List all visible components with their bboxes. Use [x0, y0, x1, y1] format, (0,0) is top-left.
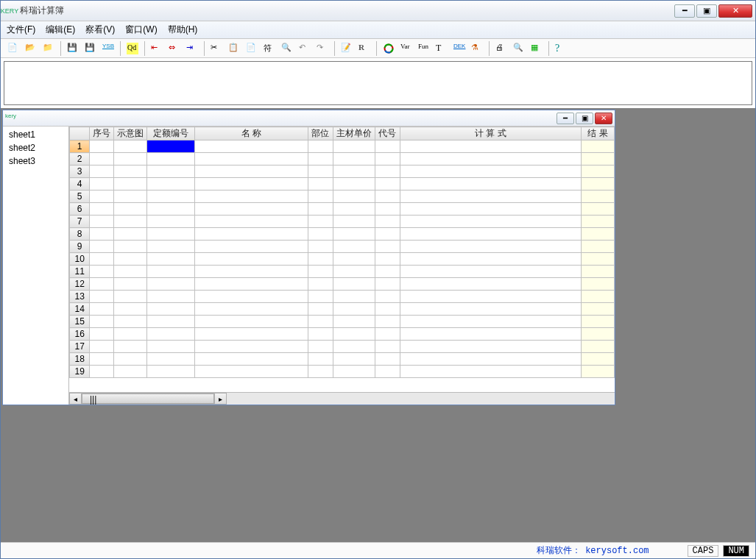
row-header[interactable]: 17 — [70, 341, 90, 353]
col-header-diagram[interactable]: 示意图 — [114, 127, 147, 140]
menu-view[interactable]: 察看(V) — [85, 24, 115, 36]
cell[interactable] — [147, 203, 195, 216]
cell[interactable] — [90, 266, 114, 278]
cell[interactable] — [308, 165, 333, 178]
row-header[interactable]: 8 — [70, 228, 90, 241]
fun-button[interactable]: Fun — [416, 40, 432, 57]
cell[interactable] — [147, 253, 195, 266]
cell[interactable] — [308, 278, 333, 291]
cell[interactable] — [308, 253, 333, 266]
cell[interactable] — [375, 241, 400, 253]
cell[interactable] — [375, 191, 400, 203]
cell[interactable] — [375, 253, 400, 266]
cell[interactable] — [147, 328, 195, 341]
cell[interactable] — [147, 316, 195, 328]
cell[interactable] — [400, 228, 581, 241]
cell[interactable] — [114, 153, 147, 165]
sheet-tab-sheet2[interactable]: sheet2 — [3, 141, 68, 154]
cell[interactable] — [147, 353, 195, 366]
cell[interactable] — [375, 278, 400, 291]
cell[interactable] — [375, 203, 400, 216]
open-folder-button[interactable]: 📁 — [40, 40, 57, 57]
menu-edit[interactable]: 编辑(E) — [46, 24, 75, 36]
shift-right-button[interactable]: ⇥ — [184, 40, 200, 57]
cell[interactable] — [375, 366, 400, 378]
excel-button[interactable]: ▦ — [529, 40, 545, 57]
cell[interactable] — [582, 328, 615, 341]
cell[interactable] — [582, 353, 615, 366]
cell[interactable] — [308, 291, 333, 303]
row-header[interactable]: 3 — [70, 165, 90, 178]
cell[interactable] — [114, 203, 147, 216]
grid-corner[interactable] — [70, 127, 90, 140]
copy-button[interactable]: 📋 — [226, 40, 242, 57]
cell[interactable] — [147, 341, 195, 353]
cell[interactable] — [195, 316, 308, 328]
cell[interactable] — [90, 140, 114, 153]
cell[interactable] — [582, 303, 615, 316]
cell[interactable] — [114, 303, 147, 316]
row-header[interactable]: 5 — [70, 191, 90, 203]
cell[interactable] — [400, 165, 581, 178]
cell[interactable] — [90, 328, 114, 341]
row-header[interactable]: 7 — [70, 216, 90, 228]
col-header-position[interactable]: 部位 — [308, 127, 333, 140]
col-header-mat_price[interactable]: 主材单价 — [333, 127, 375, 140]
cell[interactable] — [90, 191, 114, 203]
shift-mid-button[interactable]: ⇔ — [166, 40, 183, 57]
cell[interactable] — [333, 140, 375, 153]
cell[interactable] — [333, 366, 375, 378]
cell[interactable] — [400, 216, 581, 228]
cell[interactable] — [147, 366, 195, 378]
note-button[interactable]: 📝 — [339, 40, 355, 57]
scrollbar-thumb[interactable]: ||| — [82, 394, 214, 404]
cell[interactable] — [333, 341, 375, 353]
cell[interactable] — [114, 253, 147, 266]
cell[interactable] — [147, 216, 195, 228]
cell[interactable] — [114, 341, 147, 353]
cell[interactable] — [582, 316, 615, 328]
cell[interactable] — [375, 303, 400, 316]
cell[interactable] — [375, 341, 400, 353]
cell[interactable] — [375, 266, 400, 278]
cell[interactable] — [114, 328, 147, 341]
cell[interactable] — [147, 266, 195, 278]
cell[interactable] — [333, 191, 375, 203]
cell[interactable] — [400, 278, 581, 291]
cell[interactable] — [333, 278, 375, 291]
grid-scroll[interactable]: 序号示意图定额编号名 称部位主材单价代号计 算 式结 果123456789101… — [69, 127, 615, 392]
cell[interactable] — [333, 291, 375, 303]
qd-button[interactable]: Qd — [124, 40, 141, 57]
cell[interactable] — [308, 341, 333, 353]
cell[interactable] — [400, 140, 581, 153]
save-as-button[interactable]: 💾 — [82, 40, 99, 57]
scroll-right-button[interactable]: ▸ — [214, 393, 227, 405]
cell[interactable] — [333, 253, 375, 266]
cell[interactable] — [582, 291, 615, 303]
redo-button[interactable]: ↷ — [314, 40, 331, 57]
cell[interactable] — [90, 178, 114, 191]
menu-help[interactable]: 帮助(H) — [168, 24, 198, 36]
close-button[interactable]: ✕ — [718, 4, 752, 18]
child-maximize-button[interactable]: ▣ — [576, 113, 593, 124]
cell[interactable] — [582, 278, 615, 291]
cell[interactable] — [147, 278, 195, 291]
cell[interactable] — [90, 241, 114, 253]
cell[interactable] — [582, 241, 615, 253]
cell[interactable] — [195, 253, 308, 266]
menu-window[interactable]: 窗口(W) — [125, 24, 157, 36]
cell[interactable] — [308, 241, 333, 253]
row-header[interactable]: 6 — [70, 203, 90, 216]
cell[interactable] — [90, 153, 114, 165]
cell[interactable] — [195, 341, 308, 353]
cell[interactable] — [195, 203, 308, 216]
cell[interactable] — [114, 266, 147, 278]
cell[interactable] — [375, 140, 400, 153]
col-header-result[interactable]: 结 果 — [582, 127, 615, 140]
cell[interactable] — [308, 316, 333, 328]
cell[interactable] — [195, 228, 308, 241]
cell[interactable] — [400, 266, 581, 278]
cell[interactable] — [582, 165, 615, 178]
cell[interactable] — [114, 165, 147, 178]
cell[interactable] — [308, 328, 333, 341]
